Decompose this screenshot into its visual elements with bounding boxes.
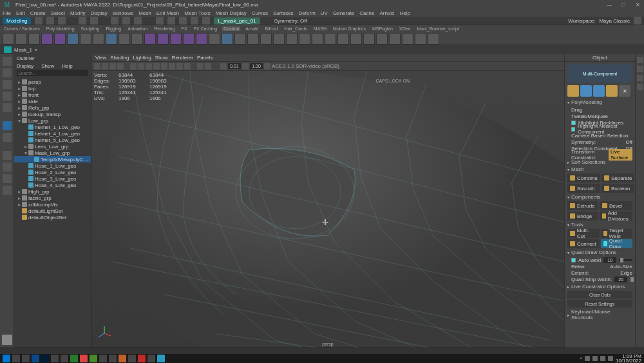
symmetry-value[interactable]: Off	[625, 139, 632, 145]
vp-texture-icon[interactable]	[161, 63, 167, 70]
mesh-section[interactable]: Mesh	[567, 166, 632, 172]
shelf-tab-xgen[interactable]: XGen	[398, 26, 412, 31]
multicut-button[interactable]: Multi-Cut	[567, 229, 600, 238]
auto-weld-checkbox[interactable]	[571, 258, 576, 262]
tray-volume-icon[interactable]	[608, 356, 613, 361]
task-app11[interactable]	[109, 355, 117, 362]
select-tool-icon[interactable]	[111, 17, 118, 25]
shelf-tab-rendering[interactable]: Rendering	[153, 26, 176, 31]
layout-single[interactable]	[3, 151, 12, 160]
save-scene-icon[interactable]	[58, 17, 66, 25]
vp-grid-icon[interactable]	[130, 63, 137, 70]
mode-close-button[interactable]: ✕	[619, 85, 630, 97]
outliner-node[interactable]: ▸Lens_Low_grp	[14, 143, 91, 150]
minimize-button[interactable]: —	[605, 1, 613, 8]
task-search-icon[interactable]	[12, 355, 20, 362]
outliner-node[interactable]: Hose_1_Low_geo	[14, 162, 91, 169]
shelf-item-16[interactable]	[209, 33, 220, 44]
vp-cs-icon[interactable]	[264, 63, 270, 70]
task-photoshop-icon[interactable]	[41, 355, 49, 362]
shelf-item-15[interactable]	[196, 33, 207, 44]
shelf-item-11[interactable]	[144, 33, 156, 44]
camera-based-label[interactable]: Camera Based Selection	[571, 133, 629, 139]
task-chrome-icon[interactable]	[80, 355, 88, 362]
quad-draw-tool[interactable]	[3, 121, 12, 130]
shelf-tab-bifrost[interactable]: Bifrost	[264, 26, 279, 31]
shelf-item-24[interactable]	[312, 33, 323, 44]
shelf-item-26[interactable]	[337, 33, 349, 44]
menu-create[interactable]: Create	[30, 10, 46, 16]
shelf-item-20[interactable]	[260, 33, 272, 44]
vp-gate-icon[interactable]	[138, 63, 144, 70]
polymodeling-section[interactable]: PolyModeling	[567, 99, 632, 105]
open-scene-icon[interactable]	[46, 17, 54, 25]
quad-strip-slider[interactable]	[630, 279, 632, 280]
layout-custom[interactable]	[3, 186, 12, 195]
snap-plane-icon[interactable]	[191, 17, 198, 25]
outliner-search-input[interactable]	[17, 70, 88, 76]
redo-icon[interactable]	[90, 17, 98, 25]
components-section[interactable]: Components	[567, 194, 632, 200]
smooth-button[interactable]: Smooth	[567, 184, 600, 193]
outliner-node[interactable]: ▸front	[14, 92, 91, 98]
vp-image-plane-icon[interactable]	[109, 63, 116, 70]
outliner-node[interactable]: ▸Refs_grp	[14, 104, 91, 111]
outliner-node[interactable]: helmet_4_Low_geo	[14, 130, 91, 137]
vp-light-icon[interactable]	[169, 63, 175, 70]
quad-draw-options-section[interactable]: Quad Draw Options	[567, 250, 632, 255]
menu-set-dropdown[interactable]: Modeling	[3, 17, 31, 25]
swatch-fg[interactable]	[2, 335, 12, 345]
vp-select-cam-icon[interactable]	[94, 63, 100, 70]
transform-constraint-value[interactable]: Live Surface	[609, 149, 632, 161]
task-app15[interactable]	[147, 355, 155, 362]
shelf-item-18[interactable]	[234, 33, 246, 44]
viewport-canvas[interactable]: Verts:6384463844Edges:190983190983Faces:…	[91, 71, 564, 348]
task-app14[interactable]	[138, 355, 146, 362]
vp-gamma-field[interactable]	[250, 63, 263, 69]
task-app13[interactable]	[128, 355, 136, 362]
maximize-button[interactable]: □	[620, 1, 627, 8]
vp-ao-icon[interactable]	[184, 63, 191, 70]
lasso-icon[interactable]	[122, 17, 130, 25]
connect-button[interactable]: Connect	[567, 239, 600, 248]
menu-uv[interactable]: UV	[321, 10, 328, 16]
shelf-item-0[interactable]	[3, 33, 14, 44]
outliner-node[interactable]: Temp3dViewpolyCube1	[14, 156, 91, 162]
target-weld-button[interactable]: Target Weld	[601, 229, 633, 238]
shelf-tab-haircards[interactable]: Hair_Cards	[283, 26, 308, 31]
menu-windows[interactable]: Windows	[113, 10, 133, 16]
uv-mode-button[interactable]	[606, 85, 618, 97]
shelf-tab-sculpting[interactable]: Sculpting	[80, 26, 101, 31]
shelf-item-31[interactable]	[402, 33, 413, 44]
mask-dropdown-icon[interactable]: ▾	[35, 47, 37, 53]
live-constraint-section[interactable]: Live Constraint Options	[567, 284, 632, 289]
shelf-tab-custom[interactable]: Custom	[222, 26, 240, 31]
rotate-tool[interactable]	[3, 92, 12, 101]
vp-menu-lighting[interactable]: Lighting	[133, 55, 151, 61]
task-spotify-icon[interactable]	[70, 355, 78, 362]
shelf-item-4[interactable]	[54, 33, 66, 44]
add-divisions-button[interactable]: Add Divisions	[600, 211, 632, 221]
reset-settings-button[interactable]: Reset Settings	[567, 300, 632, 308]
symmetry-label[interactable]: Symmetry: Off	[274, 18, 307, 24]
shortcuts-section[interactable]: Keyboard/Mouse Shortcuts	[567, 309, 632, 320]
snap-point-icon[interactable]	[179, 17, 187, 25]
tool-settings-icon[interactable]	[637, 75, 643, 81]
shelf-item-10[interactable]	[131, 33, 143, 44]
menu-cache[interactable]: Cache	[359, 10, 374, 16]
menu-edit[interactable]: Edit	[16, 10, 25, 16]
auto-weld-value[interactable]	[603, 257, 616, 263]
clear-dots-button[interactable]: Clear Dots	[567, 291, 632, 299]
shelf-item-6[interactable]	[80, 33, 91, 44]
vp-2d-icon[interactable]	[117, 63, 124, 70]
shelf-item-32[interactable]	[415, 33, 426, 44]
snap-live-icon[interactable]	[202, 17, 210, 25]
shelf-item-5[interactable]	[67, 33, 79, 44]
vp-xray-icon[interactable]	[197, 63, 204, 70]
vp-menu-panels[interactable]: Panels	[197, 55, 213, 61]
task-unreal-icon[interactable]	[61, 355, 68, 362]
shelf-tab-mspugkin[interactable]: MSPugkin	[371, 26, 394, 31]
task-app5[interactable]	[51, 355, 59, 362]
auto-weld-slider[interactable]	[619, 259, 632, 261]
outliner-node[interactable]: ▾Low_grp	[14, 117, 91, 124]
